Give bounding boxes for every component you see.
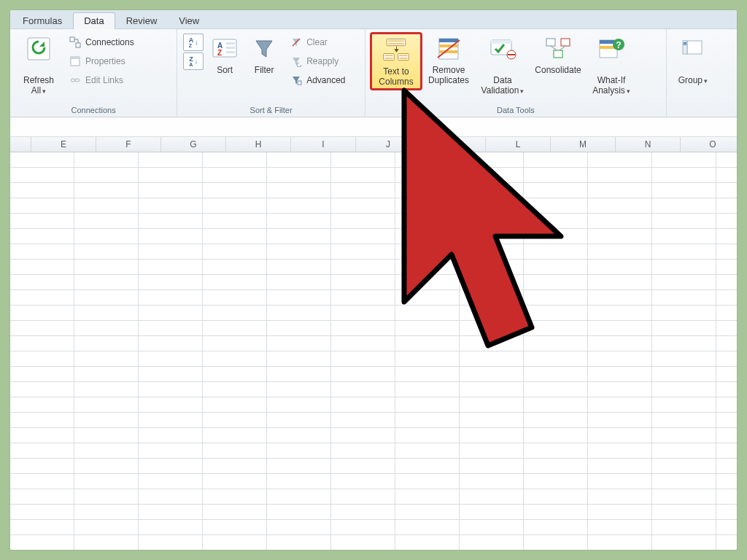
group-label-data-tools: Data Tools [370, 104, 662, 117]
ribbon: Refresh All▾ Conn [10, 29, 737, 117]
filter-icon [249, 34, 279, 63]
column-header[interactable]: K [421, 137, 486, 152]
svg-rect-19 [385, 55, 393, 56]
svg-rect-15 [387, 39, 405, 46]
svg-text:+: + [684, 42, 686, 46]
svg-rect-18 [384, 54, 395, 61]
filter-label: Filter [255, 65, 274, 75]
sort-desc-icon: ZA [189, 55, 193, 67]
what-if-label: What-If Analysis▾ [592, 65, 630, 96]
formula-bar[interactable] [10, 117, 737, 137]
svg-point-6 [75, 79, 80, 82]
edit-links-icon [69, 74, 81, 86]
column-header[interactable]: F [96, 137, 161, 152]
column-header[interactable]: G [161, 137, 226, 152]
consolidate-label: Consolidate [535, 65, 581, 75]
column-header[interactable]: O [681, 137, 737, 152]
connections-icon [69, 36, 81, 48]
group-button[interactable]: + Group▾ [671, 32, 715, 88]
text-to-columns-label: Text to Columns [379, 66, 413, 87]
clear-filter-button[interactable]: Clear [287, 34, 349, 51]
advanced-filter-icon [290, 74, 302, 86]
filter-button[interactable]: Filter [244, 32, 284, 77]
reapply-filter-label: Reapply [306, 56, 338, 66]
svg-rect-21 [398, 54, 409, 61]
column-header[interactable]: J [356, 137, 421, 152]
ribbon-group-outline: + Group▾ [667, 29, 737, 117]
tab-formulas[interactable]: Formulas [12, 12, 73, 29]
sort-asc-icon: AZ [189, 36, 194, 48]
sort-label: Sort [217, 65, 233, 75]
refresh-all-label: Refresh All▾ [23, 65, 54, 96]
svg-text:?: ? [616, 40, 621, 50]
column-header[interactable]: E [31, 137, 96, 152]
tab-data[interactable]: Data [73, 12, 115, 29]
column-header[interactable]: M [551, 137, 616, 152]
svg-rect-10 [226, 42, 235, 44]
svg-rect-11 [226, 47, 235, 49]
consolidate-icon [543, 34, 573, 63]
group-label-outline [671, 104, 732, 117]
reapply-filter-icon [290, 55, 302, 67]
sort-asc-button[interactable]: AZ↓ [183, 34, 204, 51]
svg-rect-22 [400, 55, 408, 56]
svg-rect-1 [70, 37, 74, 42]
svg-rect-27 [439, 50, 458, 53]
edit-links-label: Edit Links [85, 75, 123, 85]
properties-label: Properties [85, 56, 125, 66]
column-header[interactable]: I [291, 137, 356, 152]
advanced-filter-label: Advanced [306, 75, 345, 85]
remove-duplicates-label: Remove Duplicates [428, 65, 469, 85]
app-window: Formulas Data Review View [10, 10, 737, 550]
column-header[interactable]: N [616, 137, 681, 152]
svg-rect-33 [546, 39, 555, 46]
properties-button[interactable]: Properties [66, 52, 138, 70]
what-if-icon: ? [597, 34, 626, 63]
svg-rect-30 [491, 40, 511, 44]
tab-view[interactable]: View [168, 12, 210, 29]
svg-rect-20 [385, 58, 393, 59]
remove-duplicates-button[interactable]: Remove Duplicates [422, 32, 475, 88]
svg-rect-35 [554, 50, 562, 58]
group-label-connections: Connections [15, 104, 172, 117]
data-validation-label: Data Validation▾ [481, 65, 525, 96]
connections-button[interactable]: Connections [66, 34, 138, 51]
ribbon-group-sort-filter: AZ↓ ZA↓ A Z [177, 29, 365, 117]
svg-rect-4 [71, 57, 80, 59]
text-to-columns-icon [382, 36, 411, 65]
reapply-filter-button[interactable]: Reapply [287, 52, 349, 70]
what-if-analysis-button[interactable]: ? What-If Analysis▾ [586, 32, 637, 98]
svg-rect-34 [561, 39, 570, 46]
clear-filter-label: Clear [306, 37, 328, 47]
column-headers: E F G H I J K L M N O [10, 137, 737, 152]
column-header[interactable]: L [486, 137, 551, 152]
text-to-columns-button[interactable]: Text to Columns [370, 32, 422, 90]
svg-rect-12 [226, 51, 235, 53]
sort-desc-button[interactable]: ZA↓ [183, 52, 204, 70]
sort-icon: A Z [210, 34, 239, 63]
refresh-icon [24, 34, 53, 63]
sort-button[interactable]: A Z Sort [205, 32, 244, 77]
ribbon-group-connections: Refresh All▾ Conn [10, 29, 177, 117]
svg-rect-25 [439, 39, 458, 42]
consolidate-button[interactable]: Consolidate [530, 32, 586, 77]
svg-point-5 [71, 79, 75, 82]
properties-icon [69, 55, 81, 67]
tab-review[interactable]: Review [115, 12, 169, 29]
edit-links-button[interactable]: Edit Links [66, 71, 138, 89]
connections-label: Connections [85, 37, 134, 47]
refresh-all-button[interactable]: Refresh All▾ [15, 32, 63, 98]
advanced-filter-button[interactable]: Advanced [287, 71, 349, 89]
svg-rect-26 [439, 44, 458, 47]
remove-duplicates-icon [434, 34, 463, 63]
data-validation-button[interactable]: Data Validation▾ [475, 32, 530, 98]
svg-rect-2 [76, 43, 80, 47]
group-icon: + [678, 34, 708, 63]
group-label-text: Group▾ [678, 65, 708, 86]
spreadsheet-grid[interactable] [10, 152, 737, 550]
svg-rect-16 [388, 40, 404, 42]
svg-rect-41 [687, 41, 702, 54]
group-label-sort-filter: Sort & Filter [182, 104, 360, 117]
data-validation-icon [488, 34, 517, 63]
column-header[interactable]: H [226, 137, 291, 152]
